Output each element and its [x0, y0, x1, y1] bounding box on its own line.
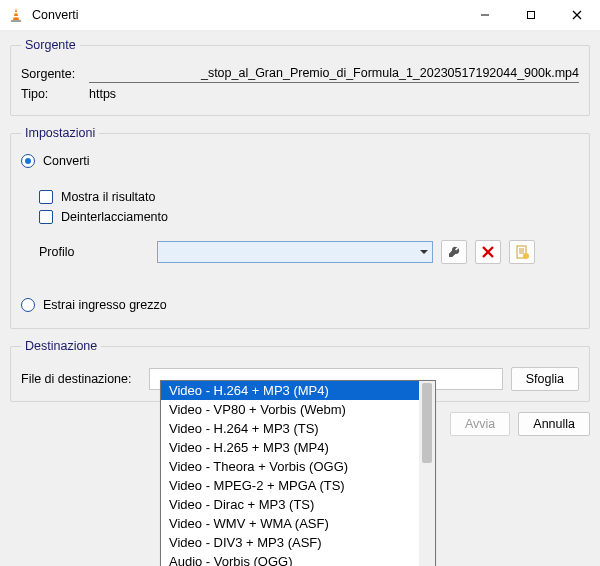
profile-option[interactable]: Video - MPEG-2 + MPGA (TS) [161, 476, 419, 495]
convert-radio[interactable] [21, 154, 35, 168]
deinterlace-checkbox[interactable] [39, 210, 53, 224]
minimize-button[interactable] [462, 0, 508, 30]
type-label: Tipo: [21, 87, 83, 101]
profile-option[interactable]: Video - Theora + Vorbis (OGG) [161, 457, 419, 476]
svg-rect-1 [14, 12, 18, 13]
deinterlace-label: Deinterlacciamento [61, 210, 168, 224]
new-profile-icon [515, 245, 529, 259]
svg-point-15 [523, 253, 529, 259]
dropdown-scrollbar[interactable] [419, 381, 435, 566]
show-result-checkbox[interactable] [39, 190, 53, 204]
profile-option[interactable]: Video - DIV3 + MP3 (ASF) [161, 533, 419, 552]
delete-icon [482, 246, 494, 258]
profile-option[interactable]: Video - Dirac + MP3 (TS) [161, 495, 419, 514]
dialog-body: Sorgente Sorgente: _stop_al_Gran_Premio_… [0, 30, 600, 566]
svg-marker-8 [420, 250, 428, 254]
svg-rect-3 [11, 20, 21, 22]
wrench-icon [447, 245, 461, 259]
dump-raw-radio[interactable] [21, 298, 35, 312]
close-button[interactable] [554, 0, 600, 30]
maximize-button[interactable] [508, 0, 554, 30]
source-group: Sorgente Sorgente: _stop_al_Gran_Premio_… [10, 38, 590, 116]
browse-button[interactable]: Sfoglia [511, 367, 579, 391]
cancel-button[interactable]: Annulla [518, 412, 590, 436]
destination-legend: Destinazione [21, 339, 101, 353]
settings-legend: Impostazioni [21, 126, 99, 140]
dump-raw-label: Estrai ingresso grezzo [43, 298, 167, 312]
svg-rect-2 [13, 16, 19, 17]
window-title: Converti [32, 8, 462, 22]
titlebar: Converti [0, 0, 600, 30]
new-profile-button[interactable] [509, 240, 535, 264]
type-value: https [89, 87, 116, 101]
source-legend: Sorgente [21, 38, 80, 52]
show-result-label: Mostra il risultato [61, 190, 155, 204]
profile-option[interactable]: Video - VP80 + Vorbis (Webm) [161, 400, 419, 419]
profile-combobox[interactable] [157, 241, 433, 263]
edit-profile-button[interactable] [441, 240, 467, 264]
settings-group: Impostazioni Converti Mostra il risultat… [10, 126, 590, 329]
svg-rect-5 [528, 12, 535, 19]
profile-option[interactable]: Audio - Vorbis (OGG) [161, 552, 419, 566]
svg-marker-0 [13, 8, 19, 20]
profile-label: Profilo [39, 245, 149, 259]
vlc-cone-icon [8, 7, 24, 23]
profile-option[interactable]: Video - H.264 + MP3 (MP4) [161, 381, 419, 400]
delete-profile-button[interactable] [475, 240, 501, 264]
destination-file-label: File di destinazione: [21, 372, 141, 386]
source-field[interactable]: _stop_al_Gran_Premio_di_Formula_1_202305… [89, 64, 579, 83]
scrollbar-thumb[interactable] [422, 383, 432, 463]
profile-option[interactable]: Video - WMV + WMA (ASF) [161, 514, 419, 533]
chevron-down-icon [418, 246, 430, 258]
source-label: Sorgente: [21, 67, 83, 81]
profile-option[interactable]: Video - H.264 + MP3 (TS) [161, 419, 419, 438]
profile-dropdown-list: Video - H.264 + MP3 (MP4) Video - VP80 +… [160, 380, 436, 566]
start-button[interactable]: Avvia [450, 412, 510, 436]
profile-option[interactable]: Video - H.265 + MP3 (MP4) [161, 438, 419, 457]
convert-label: Converti [43, 154, 90, 168]
